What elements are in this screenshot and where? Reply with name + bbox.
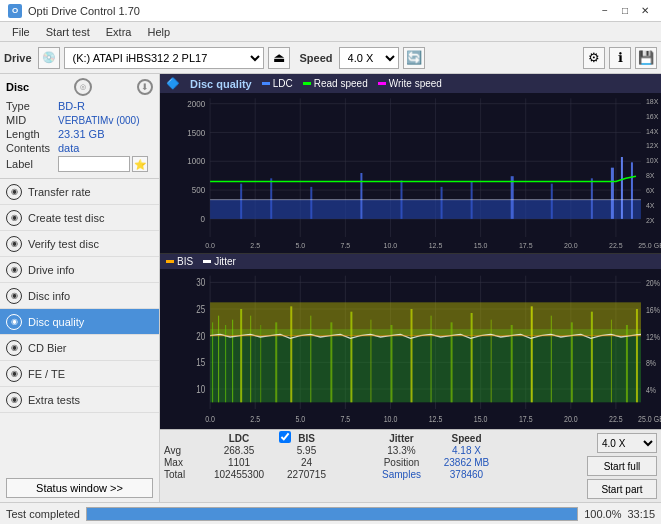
- sidebar-item-create-test-disc[interactable]: ◉ Create test disc: [0, 205, 159, 231]
- svg-rect-112: [471, 313, 473, 402]
- close-button[interactable]: ✕: [637, 3, 653, 19]
- progress-bar-fill: [87, 508, 577, 520]
- status-window-button[interactable]: Status window >>: [6, 478, 153, 498]
- svg-text:17.5: 17.5: [519, 240, 533, 249]
- sidebar-item-fe-te[interactable]: ◉ FE / TE: [0, 361, 159, 387]
- disc-label-label: Label: [6, 158, 58, 170]
- stats-bar: LDC BIS Jitter Speed Avg 268.35 5.95 13.…: [160, 429, 661, 502]
- svg-text:2X: 2X: [646, 216, 655, 225]
- top-chart-svg: 2000 1500 1000 500 0 18X 16X 14X 12X 10X…: [160, 93, 661, 253]
- settings-button[interactable]: ⚙: [583, 47, 605, 69]
- verify-test-disc-icon: ◉: [6, 236, 22, 252]
- drive-select[interactable]: (K:) ATAPI iHBS312 2 PL17: [64, 47, 264, 69]
- svg-text:8%: 8%: [646, 358, 657, 368]
- jitter-legend-dot: [203, 260, 211, 263]
- svg-text:8X: 8X: [646, 171, 655, 180]
- svg-text:7.5: 7.5: [340, 240, 350, 249]
- svg-rect-108: [390, 325, 392, 402]
- stats-header-speed: Speed: [434, 433, 499, 444]
- disc-icon: ◎: [74, 78, 92, 96]
- stats-controls: 4.0 X Start full Start part: [587, 433, 657, 499]
- svg-text:15.0: 15.0: [474, 240, 488, 249]
- menu-help[interactable]: Help: [139, 24, 178, 40]
- stats-header-ldc: LDC: [204, 433, 274, 444]
- sidebar-item-verify-test-disc[interactable]: ◉ Verify test disc: [0, 231, 159, 257]
- svg-rect-41: [210, 200, 641, 219]
- menu-file[interactable]: File: [4, 24, 38, 40]
- disc-type-field: Type BD-R: [6, 100, 153, 112]
- maximize-button[interactable]: □: [617, 3, 633, 19]
- speed-dropdown[interactable]: 4.0 X: [597, 433, 657, 453]
- stats-col-empty: [164, 433, 204, 444]
- jitter-checkbox[interactable]: [279, 431, 291, 443]
- speed-select[interactable]: 4.0 X: [339, 47, 399, 69]
- sidebar-item-transfer-rate[interactable]: ◉ Transfer rate: [0, 179, 159, 205]
- sidebar-item-cd-bier-label: CD Bier: [28, 342, 67, 354]
- stats-total-bis: 2270715: [274, 469, 339, 480]
- refresh-button[interactable]: 🔄: [403, 47, 425, 69]
- bis-legend-label: BIS: [177, 256, 193, 267]
- save-button[interactable]: 💾: [635, 47, 657, 69]
- start-part-button[interactable]: Start part: [587, 479, 657, 499]
- sidebar-item-disc-quality[interactable]: ◉ Disc quality: [0, 309, 159, 335]
- sidebar-item-create-test-disc-label: Create test disc: [28, 212, 104, 224]
- cd-bier-icon: ◉: [6, 340, 22, 356]
- jitter-legend: Jitter: [203, 256, 236, 267]
- svg-rect-116: [551, 316, 552, 403]
- svg-rect-115: [531, 306, 533, 402]
- write-speed-legend-label: Write speed: [389, 78, 442, 89]
- disc-contents-field: Contents data: [6, 142, 153, 154]
- svg-text:18X: 18X: [646, 96, 659, 105]
- svg-rect-110: [431, 316, 432, 403]
- stats-col-empty3: [339, 445, 369, 456]
- sidebar-item-cd-bier[interactable]: ◉ CD Bier: [0, 335, 159, 361]
- disc-label-input[interactable]: [58, 156, 130, 172]
- fe-te-icon: ◉: [6, 366, 22, 382]
- menu-extra[interactable]: Extra: [98, 24, 140, 40]
- stats-total-samples-label: Samples: [369, 469, 434, 480]
- bottom-bar: Test completed 100.0% 33:15: [0, 502, 661, 524]
- info-button[interactable]: ℹ: [609, 47, 631, 69]
- sidebar-item-disc-info[interactable]: ◉ Disc info: [0, 283, 159, 309]
- svg-text:25.0 GB: 25.0 GB: [638, 414, 661, 424]
- sidebar-item-extra-tests[interactable]: ◉ Extra tests: [0, 387, 159, 413]
- svg-text:20.0: 20.0: [564, 414, 578, 424]
- write-speed-legend-dot: [378, 82, 386, 85]
- menu-start-test[interactable]: Start test: [38, 24, 98, 40]
- stats-avg-label: Avg: [164, 445, 204, 456]
- disc-contents-label: Contents: [6, 142, 58, 154]
- disc-length-field: Length 23.31 GB: [6, 128, 153, 140]
- svg-rect-96: [218, 316, 219, 403]
- start-full-button[interactable]: Start full: [587, 456, 657, 476]
- title-bar-left: O Opti Drive Control 1.70: [8, 4, 140, 18]
- svg-text:10.0: 10.0: [384, 240, 398, 249]
- svg-text:0.0: 0.0: [205, 240, 215, 249]
- svg-text:12X: 12X: [646, 141, 659, 150]
- svg-text:2.5: 2.5: [250, 240, 260, 249]
- time-text: 33:15: [627, 508, 655, 520]
- svg-rect-118: [591, 312, 593, 403]
- svg-text:15: 15: [196, 356, 205, 368]
- stats-max-bis: 24: [274, 457, 339, 468]
- stats-col-empty4: [339, 457, 369, 468]
- svg-text:17.5: 17.5: [519, 414, 533, 424]
- stats-total-ldc: 102455300: [204, 469, 274, 480]
- stats-table: LDC BIS Jitter Speed Avg 268.35 5.95 13.…: [164, 433, 583, 480]
- stats-max-row: Max 1101 24 Position 23862 MB: [164, 457, 583, 468]
- svg-rect-117: [571, 322, 573, 402]
- disc-label-field: Label ⭐: [6, 156, 153, 172]
- sidebar-item-drive-info[interactable]: ◉ Drive info: [0, 257, 159, 283]
- drive-label: Drive: [4, 52, 32, 64]
- disc-icon-2: ⬇: [137, 79, 153, 95]
- minimize-button[interactable]: −: [597, 3, 613, 19]
- disc-panel-header: Disc ◎ ⬇: [6, 78, 153, 96]
- chart2-legend-bar: BIS Jitter: [160, 254, 661, 269]
- svg-rect-100: [250, 316, 251, 403]
- svg-rect-53: [621, 157, 623, 219]
- svg-text:7.5: 7.5: [340, 414, 350, 424]
- eject-button[interactable]: ⏏: [268, 47, 290, 69]
- disc-label-button[interactable]: ⭐: [132, 156, 148, 172]
- svg-rect-0: [160, 93, 661, 253]
- svg-text:500: 500: [192, 186, 206, 195]
- svg-text:0.0: 0.0: [205, 414, 215, 424]
